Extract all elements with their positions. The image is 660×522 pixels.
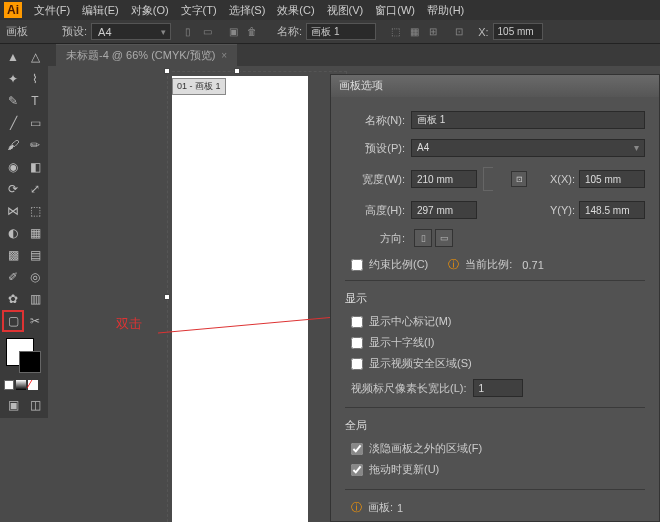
display-section-title: 显示 — [345, 291, 645, 306]
fill-swatch[interactable] — [6, 338, 34, 366]
symbol-tool[interactable]: ✿ — [2, 288, 24, 310]
new-artboard-icon[interactable]: ▣ — [224, 23, 242, 41]
y-field-label: Y(Y): — [531, 204, 575, 216]
artboard-ops: ▣ 🗑 — [224, 23, 261, 41]
gradient-mode-icon[interactable] — [16, 380, 26, 390]
constrain-label: 约束比例(C) — [369, 257, 428, 272]
menu-help[interactable]: 帮助(H) — [421, 1, 470, 20]
ref-point-icon[interactable]: ▦ — [405, 23, 423, 41]
graph-tool[interactable]: ▥ — [24, 288, 46, 310]
preset-field-label: 预设(P): — [345, 141, 405, 156]
ref-grid[interactable]: ⊡ — [450, 23, 468, 41]
shape-builder-tool[interactable]: ◐ — [2, 222, 24, 244]
fade-label: 淡隐画板之外的区域(F) — [369, 441, 482, 456]
blob-tool[interactable]: ◉ — [2, 156, 24, 178]
artboard-label: 01 - 画板 1 — [172, 78, 226, 95]
draw-mode-tool[interactable]: ◫ — [24, 394, 46, 416]
orient-landscape-button[interactable]: ▭ — [435, 229, 453, 247]
preset-dropdown[interactable]: A4 — [91, 23, 171, 40]
brush-tool[interactable]: 🖌 — [2, 134, 24, 156]
menu-edit[interactable]: 编辑(E) — [76, 1, 125, 20]
ratio-value: 0.71 — [522, 259, 543, 271]
menu-select[interactable]: 选择(S) — [223, 1, 272, 20]
magic-wand-tool[interactable]: ✦ — [2, 68, 24, 90]
close-icon[interactable]: × — [221, 50, 227, 61]
constrain-checkbox[interactable] — [351, 259, 363, 271]
preset-field-dropdown[interactable]: A4 — [411, 139, 645, 157]
menu-file[interactable]: 文件(F) — [28, 1, 76, 20]
name-label: 名称: — [277, 24, 302, 39]
show-safe-checkbox[interactable] — [351, 358, 363, 370]
handle-ml[interactable] — [164, 294, 170, 300]
width-input[interactable] — [411, 170, 477, 188]
none-mode-icon[interactable]: ⁄ — [28, 380, 38, 390]
menu-type[interactable]: 文字(T) — [175, 1, 223, 20]
perspective-tool[interactable]: ▦ — [24, 222, 46, 244]
ref-point-icon[interactable]: ⊡ — [511, 171, 527, 187]
name-field[interactable] — [411, 111, 645, 129]
info-icon: ⓘ — [351, 500, 362, 515]
ruler-ratio-input[interactable] — [473, 379, 523, 397]
selection-tool[interactable]: ▲ — [2, 46, 24, 68]
move-with-art-icon[interactable]: ⬚ — [386, 23, 404, 41]
fade-checkbox[interactable] — [351, 443, 363, 455]
handle-tl[interactable] — [164, 68, 170, 74]
menu-window[interactable]: 窗口(W) — [369, 1, 421, 20]
type-tool[interactable]: T — [24, 90, 46, 112]
height-input[interactable] — [411, 201, 477, 219]
dialog-title: 画板选项 — [331, 75, 659, 97]
free-transform-tool[interactable]: ⬚ — [24, 200, 46, 222]
direct-select-tool[interactable]: △ — [24, 46, 46, 68]
rotate-tool[interactable]: ⟳ — [2, 178, 24, 200]
menu-effect[interactable]: 效果(C) — [271, 1, 320, 20]
handle-tc[interactable] — [234, 68, 240, 74]
y-field[interactable] — [579, 201, 645, 219]
ratio-label: 当前比例: — [465, 257, 512, 272]
annotation-text: 双击 — [116, 315, 142, 333]
scale-tool[interactable]: ⤢ — [24, 178, 46, 200]
lasso-tool[interactable]: ⌇ — [24, 68, 46, 90]
name-field-label: 名称(N): — [345, 113, 405, 128]
panel-label: 画板 — [6, 24, 28, 39]
orient-portrait-button[interactable]: ▯ — [414, 229, 432, 247]
artboard[interactable] — [172, 76, 308, 522]
pen-tool[interactable]: ✎ — [2, 90, 24, 112]
options-icon[interactable]: ⊞ — [424, 23, 442, 41]
artboard-count-value: 1 — [397, 502, 403, 514]
name-input[interactable] — [306, 23, 376, 40]
line-tool[interactable]: ╱ — [2, 112, 24, 134]
control-bar: 画板 预设: A4 ▯ ▭ ▣ 🗑 名称: ⬚ ▦ ⊞ ⊡ X: — [0, 20, 660, 44]
artboard-tool[interactable]: ▢ — [2, 310, 24, 332]
width-label: 宽度(W): — [345, 172, 405, 187]
menubar: Ai 文件(F) 编辑(E) 对象(O) 文字(T) 选择(S) 效果(C) 视… — [0, 0, 660, 20]
artboard-count-label: 画板: — [368, 500, 393, 515]
portrait-icon[interactable]: ▯ — [179, 23, 197, 41]
show-cross-checkbox[interactable] — [351, 337, 363, 349]
x-label: X: — [478, 26, 488, 38]
x-field[interactable] — [579, 170, 645, 188]
update-checkbox[interactable] — [351, 464, 363, 476]
pencil-tool[interactable]: ✏ — [24, 134, 46, 156]
screen-mode-tool[interactable]: ▣ — [2, 394, 24, 416]
orient-label: 方向: — [345, 231, 405, 246]
ruler-ratio-label: 视频标尺像素长宽比(L): — [351, 381, 467, 396]
landscape-icon[interactable]: ▭ — [198, 23, 216, 41]
eraser-tool[interactable]: ◧ — [24, 156, 46, 178]
x-input[interactable] — [493, 23, 543, 40]
show-center-checkbox[interactable] — [351, 316, 363, 328]
document-tab[interactable]: 未标题-4 @ 66% (CMYK/预览) × — [56, 44, 237, 66]
delete-artboard-icon[interactable]: 🗑 — [243, 23, 261, 41]
mesh-tool[interactable]: ▩ — [2, 244, 24, 266]
eyedropper-tool[interactable]: ✐ — [2, 266, 24, 288]
menu-view[interactable]: 视图(V) — [321, 1, 370, 20]
slice-tool[interactable]: ✂ — [24, 310, 46, 332]
blend-tool[interactable]: ◎ — [24, 266, 46, 288]
svg-line-0 — [158, 315, 358, 333]
rect-tool[interactable]: ▭ — [24, 112, 46, 134]
menu-object[interactable]: 对象(O) — [125, 1, 175, 20]
gradient-tool[interactable]: ▤ — [24, 244, 46, 266]
update-label: 拖动时更新(U) — [369, 462, 439, 477]
width-tool[interactable]: ⋈ — [2, 200, 24, 222]
link-icon[interactable] — [483, 167, 493, 191]
color-mode-icon[interactable] — [4, 380, 14, 390]
